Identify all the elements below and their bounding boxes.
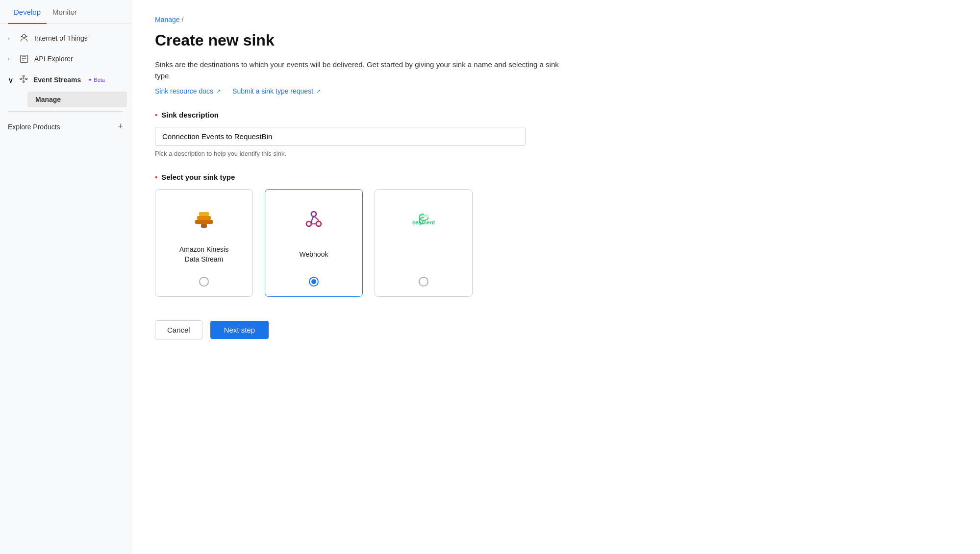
links-row: Sink resource docs ↗ Submit a sink type …: [155, 87, 956, 95]
explore-products-label: Explore Products: [8, 123, 60, 131]
sink-type-cards: Amazon KinesisData Stream: [155, 189, 956, 297]
segment-radio[interactable]: [419, 277, 428, 287]
svg-rect-8: [195, 220, 213, 224]
action-row: Cancel Next step: [155, 320, 956, 339]
sidebar-event-streams-section: ∨ Event Streams ✦ Beta Manage: [0, 69, 131, 107]
tab-develop[interactable]: Develop: [8, 0, 47, 24]
sidebar-item-manage[interactable]: Manage: [27, 92, 127, 107]
sink-card-webhook[interactable]: Webhook: [265, 189, 363, 297]
required-star-2: •: [155, 173, 157, 181]
sink-description-input[interactable]: [155, 127, 526, 146]
main-content: Manage / Create new sink Sinks are the d…: [131, 0, 980, 554]
svg-point-15: [306, 221, 311, 226]
page-title: Create new sink: [155, 31, 956, 49]
webhook-radio[interactable]: [309, 277, 319, 287]
sink-resource-docs-label: Sink resource docs: [155, 87, 213, 95]
add-icon: +: [118, 121, 123, 132]
kinesis-radio[interactable]: [199, 277, 209, 287]
submit-sink-type-request-link[interactable]: Submit a sink type request ↗: [232, 87, 321, 95]
sidebar-item-api-explorer[interactable]: › API Explorer: [0, 48, 131, 69]
segment-logo: TWILIO segment: [408, 203, 439, 235]
chevron-right-icon: ›: [8, 36, 14, 41]
sidebar: Develop Monitor › Internet of Things ›: [0, 0, 131, 554]
book-icon: [19, 53, 29, 64]
svg-point-17: [311, 212, 316, 217]
sidebar-item-iot-label: Internet of Things: [34, 34, 88, 42]
kinesis-card-name: Amazon KinesisData Stream: [179, 245, 228, 264]
tab-monitor[interactable]: Monitor: [47, 0, 83, 24]
sidebar-nav: › Internet of Things › API Explorer: [0, 24, 131, 554]
explore-products[interactable]: Explore Products +: [0, 116, 131, 138]
next-step-button[interactable]: Next step: [210, 321, 269, 339]
required-star-1: •: [155, 111, 157, 119]
svg-point-16: [316, 221, 321, 226]
event-streams-label: Event Streams: [33, 76, 81, 84]
sink-resource-docs-link[interactable]: Sink resource docs ↗: [155, 87, 221, 95]
sidebar-item-internet-of-things[interactable]: › Internet of Things: [0, 28, 131, 48]
webhook-card-name: Webhook: [300, 250, 328, 260]
chevron-down-icon: ∨: [8, 75, 14, 85]
person-icon: [19, 33, 29, 44]
svg-rect-3: [21, 55, 28, 63]
sink-description-hint: Pick a description to help you identify …: [155, 150, 956, 157]
external-link-icon-1: ↗: [216, 88, 221, 95]
page-description: Sinks are the destinations to which your…: [155, 59, 577, 81]
svg-point-0: [23, 35, 26, 38]
svg-rect-11: [201, 224, 207, 228]
sink-card-amazon-kinesis[interactable]: Amazon KinesisData Stream: [155, 189, 253, 297]
external-link-icon-2: ↗: [316, 88, 321, 95]
sink-card-twilio-segment[interactable]: TWILIO segment Twilio Segment: [375, 189, 473, 297]
submit-sink-type-label: Submit a sink type request: [232, 87, 313, 95]
svg-text:segment: segment: [412, 219, 435, 225]
chevron-right-icon-2: ›: [8, 56, 14, 62]
kinesis-logo: [188, 203, 220, 235]
breadcrumb-manage-link[interactable]: Manage: [155, 16, 180, 24]
event-streams-icon: [19, 74, 28, 86]
sidebar-sub-nav: Manage: [0, 92, 131, 107]
breadcrumb: Manage /: [155, 16, 956, 24]
sink-description-label: • Sink description: [155, 111, 956, 119]
svg-text:TWILIO: TWILIO: [419, 214, 428, 217]
sink-type-label: • Select your sink type: [155, 173, 956, 181]
svg-point-5: [23, 75, 24, 77]
cancel-button[interactable]: Cancel: [155, 320, 202, 339]
beta-badge: ✦ Beta: [88, 77, 105, 83]
webhook-radio-inner: [311, 279, 316, 284]
svg-point-4: [20, 78, 22, 79]
sidebar-item-api-label: API Explorer: [34, 55, 73, 63]
svg-rect-10: [199, 212, 209, 216]
sidebar-tabs: Develop Monitor: [0, 0, 131, 24]
svg-rect-9: [197, 216, 211, 220]
sidebar-item-event-streams[interactable]: ∨ Event Streams ✦ Beta: [0, 69, 131, 91]
breadcrumb-separator: /: [182, 16, 184, 24]
svg-point-2: [21, 36, 22, 37]
webhook-logo: [298, 203, 329, 235]
svg-point-1: [25, 36, 27, 37]
sidebar-divider: [8, 111, 123, 112]
